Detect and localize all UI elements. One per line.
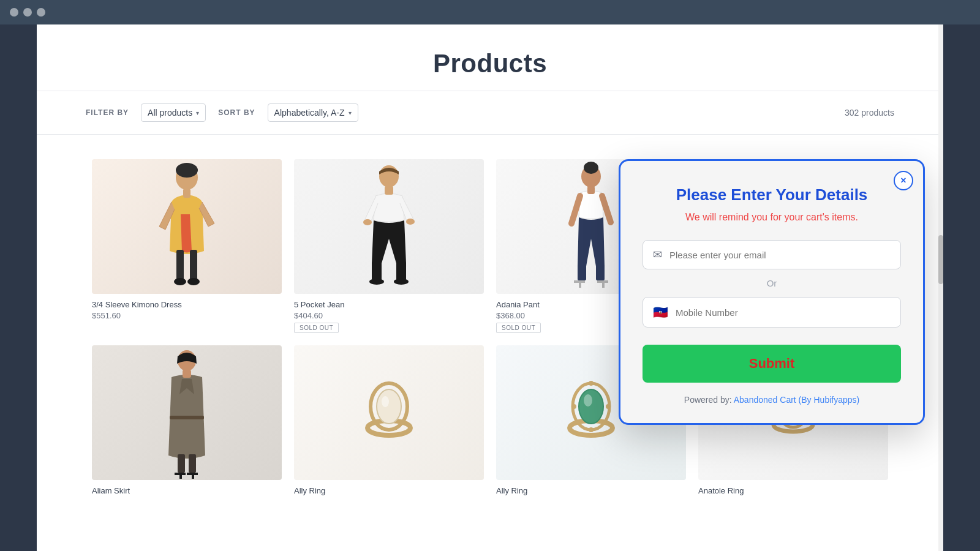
browser-window: Products FILTER BY All products ▾ SORT B…: [37, 24, 943, 551]
email-input-group: ✉: [643, 240, 901, 269]
submit-button[interactable]: Submit: [643, 345, 901, 383]
powered-by-text: Powered by:: [684, 395, 732, 405]
email-icon: ✉: [653, 248, 662, 261]
flag-icon: 🇭🇹: [653, 305, 668, 320]
browser-dot-3: [37, 8, 45, 17]
email-input[interactable]: [669, 250, 891, 260]
popup-title: Please Enter Your Details: [643, 186, 901, 204]
powered-by: Powered by: Abandoned Cart (By Hubifyapp…: [643, 395, 901, 405]
popup-close-button[interactable]: ×: [894, 171, 913, 190]
popup-overlay: × Please Enter Your Details We will remi…: [37, 24, 943, 551]
popup-modal: × Please Enter Your Details We will remi…: [619, 159, 925, 425]
powered-by-link[interactable]: Abandoned Cart (By Hubifyapps): [734, 395, 859, 405]
phone-input[interactable]: [676, 307, 891, 318]
close-icon: ×: [900, 175, 906, 186]
browser-dot-2: [23, 8, 32, 17]
browser-chrome: [0, 0, 980, 24]
browser-dot-1: [10, 8, 18, 17]
popup-subtitle: We will remind you for your cart's items…: [643, 212, 901, 223]
phone-input-group: 🇭🇹: [643, 297, 901, 328]
or-divider: Or: [643, 278, 901, 288]
